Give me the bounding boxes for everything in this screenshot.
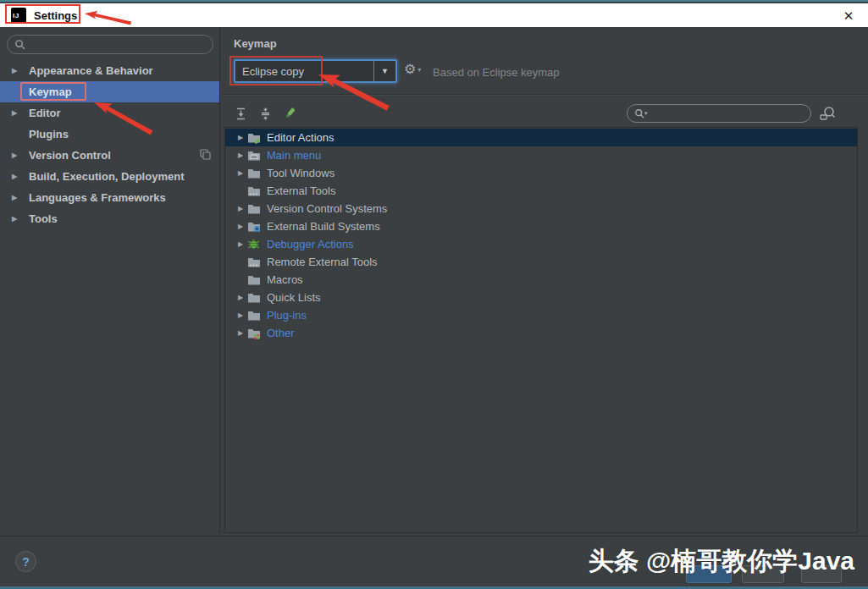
chevron-down-icon[interactable]: ▼ (373, 61, 395, 81)
folder-dots-icon (247, 184, 263, 198)
tree-row-label: Plug-ins (267, 309, 307, 322)
find-by-shortcut-icon[interactable] (819, 105, 836, 122)
page-title: Keymap (234, 37, 277, 50)
sidebar-item-label: Tools (29, 212, 58, 225)
collapse-all-icon[interactable] (257, 106, 273, 121)
keymap-scheme-value: Eclipse copy (235, 61, 373, 81)
tree-row-label: Main menu (267, 149, 321, 162)
sidebar-search[interactable] (7, 35, 213, 54)
chevron-right-icon[interactable]: ▶ (234, 329, 247, 337)
sidebar-item-label: Languages & Frameworks (29, 191, 166, 204)
tree-row-main-menu[interactable]: ▶Main menu (225, 146, 857, 164)
help-button[interactable]: ? (15, 551, 36, 572)
tree-row-label: Version Control Systems (267, 202, 387, 215)
tree-row-label: External Build Systems (267, 220, 380, 233)
chevron-right-icon[interactable]: ▶ (12, 173, 29, 180)
settings-sidebar: ▶Appearance & BehaviorKeymap▶EditorPlugi… (0, 27, 220, 533)
sidebar-item-tools[interactable]: ▶Tools (0, 208, 219, 229)
folder-icon (247, 291, 263, 305)
folder-edit-icon (247, 131, 263, 145)
sidebar-item-keymap[interactable]: Keymap (0, 81, 219, 102)
title-bar: IJ Settings ✕ (0, 3, 868, 27)
keymap-action-tree: ▶Editor Actions▶Main menu▶Tool WindowsEx… (224, 127, 858, 533)
sidebar-item-languages-frameworks[interactable]: ▶Languages & Frameworks (0, 187, 219, 208)
tree-row-label: External Tools (267, 184, 335, 197)
tree-row-label: Macros (267, 273, 303, 286)
sidebar-item-label: Keymap (29, 85, 72, 98)
tree-row-external-build-systems[interactable]: ▶External Build Systems (225, 217, 857, 235)
chevron-right-icon[interactable]: ▶ (234, 223, 247, 230)
close-icon[interactable]: ✕ (839, 7, 858, 25)
chevron-right-icon[interactable]: ▶ (234, 311, 247, 319)
tree-search[interactable]: ▾ (627, 104, 811, 123)
chevron-right-icon[interactable]: ▶ (234, 294, 247, 301)
sidebar-item-plugins[interactable]: Plugins (0, 124, 219, 145)
dropdown-small-icon: ▾ (644, 110, 648, 117)
keymap-panel: Keymap Eclipse copy ▼ ⚙ ▾ Based on Eclip… (221, 27, 868, 533)
tree-toolbar (233, 103, 297, 124)
sidebar-item-label: Editor (29, 107, 61, 119)
edit-icon[interactable] (282, 106, 297, 121)
scheme-actions-button[interactable]: ⚙ ▾ (404, 63, 421, 76)
tree-row-debugger-actions[interactable]: ▶Debugger Actions (225, 235, 857, 253)
folder-colors-icon (247, 327, 263, 340)
chevron-right-icon[interactable]: ▶ (234, 151, 247, 159)
chevron-right-icon[interactable]: ▶ (12, 194, 29, 201)
dropdown-small-icon: ▾ (417, 66, 421, 74)
tree-row-macros[interactable]: Macros (225, 271, 857, 289)
sidebar-item-version-control[interactable]: ▶Version Control (0, 145, 219, 166)
bug-icon (247, 238, 263, 251)
tree-row-version-control-systems[interactable]: ▶Version Control Systems (225, 200, 857, 217)
gear-icon: ⚙ (404, 63, 416, 76)
copy-settings-icon[interactable] (200, 149, 211, 162)
tree-row-other[interactable]: ▶Other (225, 324, 857, 342)
tree-row-label: Editor Actions (267, 131, 334, 144)
folder-icon (247, 202, 263, 216)
chevron-right-icon[interactable]: ▶ (12, 215, 29, 223)
keymap-scheme-select[interactable]: Eclipse copy ▼ (234, 59, 397, 83)
tree-row-label: Remote External Tools (267, 256, 378, 268)
tree-row-plug-ins[interactable]: ▶Plug-ins (225, 306, 857, 324)
tree-row-tool-windows[interactable]: ▶Tool Windows (225, 164, 857, 182)
search-icon (14, 39, 25, 50)
folder-gear-icon (247, 220, 263, 234)
tree-row-label: Other (267, 327, 295, 339)
header-separator (221, 94, 868, 96)
tree-row-editor-actions[interactable]: ▶Editor Actions (225, 129, 857, 146)
based-on-label: Based on Eclipse keymap (433, 66, 560, 79)
chevron-right-icon[interactable]: ▶ (234, 205, 247, 212)
tree-row-remote-external-tools[interactable]: Remote External Tools (225, 253, 857, 271)
folder-menu-icon (247, 149, 263, 162)
footer-bar: ? 头条 @楠哥教你学Java (0, 536, 868, 586)
expand-all-icon[interactable] (233, 106, 248, 121)
sidebar-item-label: Plugins (29, 128, 69, 140)
tree-search-input[interactable] (650, 107, 810, 119)
search-icon (634, 108, 644, 118)
chevron-right-icon[interactable]: ▶ (234, 134, 247, 141)
tree-row-external-tools[interactable]: External Tools (225, 182, 857, 200)
watermark-text: 头条 @楠哥教你学Java (589, 544, 854, 579)
window-title: Settings (34, 9, 77, 22)
sidebar-item-build-execution-deployment[interactable]: ▶Build, Execution, Deployment (0, 166, 219, 187)
sidebar-list: ▶Appearance & BehaviorKeymap▶EditorPlugi… (0, 60, 219, 229)
folder-icon (247, 273, 263, 287)
sidebar-item-label: Build, Execution, Deployment (29, 170, 184, 183)
tree-row-label: Debugger Actions (267, 238, 354, 250)
folder-icon (247, 167, 263, 180)
folder-icon (247, 309, 263, 322)
chevron-right-icon[interactable]: ▶ (12, 67, 29, 74)
chevron-right-icon[interactable]: ▶ (234, 169, 247, 177)
sidebar-item-editor[interactable]: ▶Editor (0, 102, 219, 124)
settings-dialog: IJ Settings ✕ ▶Appearance & BehaviorKeym… (0, 0, 868, 589)
folder-dots-icon (247, 256, 263, 269)
sidebar-search-input[interactable] (30, 39, 213, 51)
intellij-logo-icon: IJ (11, 8, 26, 23)
tree-row-quick-lists[interactable]: ▶Quick Lists (225, 289, 857, 306)
chevron-right-icon[interactable]: ▶ (12, 151, 29, 159)
chevron-right-icon[interactable]: ▶ (12, 109, 29, 117)
sidebar-item-appearance-behavior[interactable]: ▶Appearance & Behavior (0, 60, 219, 81)
chevron-right-icon[interactable]: ▶ (234, 240, 247, 248)
tree-row-label: Quick Lists (267, 291, 321, 304)
tree-row-label: Tool Windows (267, 167, 334, 179)
sidebar-item-label: Version Control (29, 149, 111, 162)
